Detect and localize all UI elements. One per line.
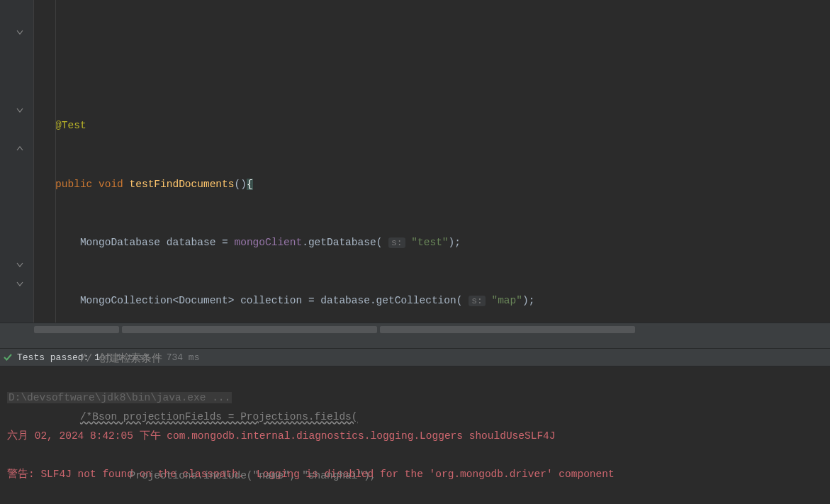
method-modifiers: public void bbox=[55, 179, 123, 190]
code-line: MongoDatabase database = mongoClient.get… bbox=[37, 233, 827, 252]
type: MongoDatabase bbox=[80, 237, 160, 248]
annotation: @Test bbox=[55, 120, 86, 131]
param-hint: s: bbox=[469, 296, 486, 306]
code-line: @Test bbox=[37, 116, 827, 135]
string-literal: "map" bbox=[491, 295, 522, 306]
fold-up-icon[interactable] bbox=[16, 145, 24, 153]
code-content[interactable]: @Test public void testFindDocuments(){ M… bbox=[34, 0, 830, 323]
param-hint: s: bbox=[388, 237, 405, 248]
method-call: getDatabase bbox=[308, 237, 376, 248]
type: MongoCollection<Document> bbox=[80, 295, 235, 306]
code-line: // 创建检索条件 bbox=[37, 349, 827, 369]
field-ref: mongoClient bbox=[234, 237, 302, 248]
fold-icon[interactable] bbox=[16, 261, 24, 269]
code-editor[interactable]: @Test public void testFindDocuments(){ M… bbox=[0, 0, 830, 323]
code-line bbox=[37, 58, 827, 77]
code-line: public void testFindDocuments(){ bbox=[37, 175, 827, 194]
fold-icon[interactable] bbox=[16, 280, 24, 289]
code-line: /*Bson projectionFields = Projections.fi… bbox=[37, 408, 827, 427]
comment: /*Bson projectionFields = Projections.fi… bbox=[80, 411, 358, 422]
fold-icon[interactable] bbox=[16, 28, 24, 37]
code-line: MongoCollection<Document> collection = d… bbox=[37, 291, 827, 310]
var: collection bbox=[240, 295, 302, 306]
comment: Projections.include("name", "shanghai"), bbox=[130, 470, 376, 481]
string-literal: "test" bbox=[411, 237, 448, 248]
gutter bbox=[0, 0, 34, 323]
var: database bbox=[167, 237, 216, 248]
comment: // 创建检索条件 bbox=[80, 353, 162, 364]
check-icon bbox=[3, 352, 13, 362]
method-name: testFindDocuments bbox=[130, 179, 235, 190]
fold-icon[interactable] bbox=[16, 106, 24, 115]
method-call: getCollection bbox=[376, 295, 456, 306]
code-line: Projections.include("name", "shanghai"), bbox=[37, 466, 827, 486]
